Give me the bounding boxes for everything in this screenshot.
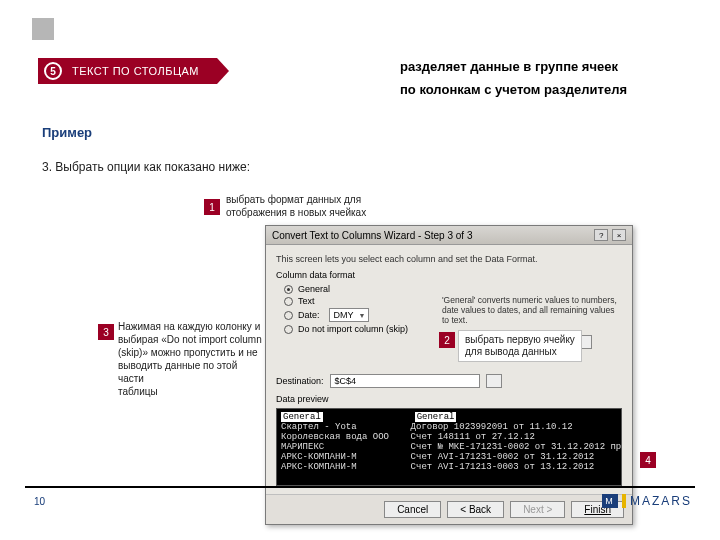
preview-col1-header: General xyxy=(281,412,323,422)
range-picker-icon[interactable] xyxy=(486,374,502,388)
cancel-button[interactable]: Cancel xyxy=(384,501,441,518)
wizard-dialog: Convert Text to Columns Wizard - Step 3 … xyxy=(265,225,633,525)
example-heading: Пример xyxy=(42,125,92,140)
brand-name: MAZARS xyxy=(630,494,692,508)
preview-label: Data preview xyxy=(276,394,622,404)
data-preview[interactable]: General General Скартел - Yota Договор 1… xyxy=(276,408,622,486)
radio-general[interactable]: General xyxy=(284,284,622,294)
help-icon[interactable]: ? xyxy=(594,229,608,241)
decorative-square xyxy=(32,18,54,40)
ribbon-number: 5 xyxy=(44,62,62,80)
radio-icon xyxy=(284,311,293,320)
callout-3-badge: 3 xyxy=(98,324,114,340)
preview-row: АРКС-КОМПАНИ-М Счет AVI-171231-0002 от 3… xyxy=(281,452,594,462)
brand-mark: M xyxy=(602,494,618,508)
dialog-title-text: Convert Text to Columns Wizard - Step 3 … xyxy=(272,230,472,241)
preview-col2-header: General xyxy=(415,412,457,422)
callout-3-text: Нажимая на каждую колонку и выбирая «Do … xyxy=(118,320,263,398)
callout-2-badge: 2 xyxy=(439,332,455,348)
date-format-select[interactable]: DMY xyxy=(329,308,369,322)
radio-text-label: Text xyxy=(298,296,315,306)
destination-label: Destination: xyxy=(276,376,324,386)
radio-general-label: General xyxy=(298,284,330,294)
step-3-text: 3. Выбрать опции как показано ниже: xyxy=(42,160,250,174)
brand-logo-area: M MAZARS xyxy=(602,494,692,508)
preview-row: Королевская вода ООО Счет 148111 от 27.1… xyxy=(281,432,535,442)
callout-4-badge: 4 xyxy=(640,452,656,468)
format-info-text: 'General' converts numeric values to num… xyxy=(442,295,622,326)
radio-skip-label: Do not import column (skip) xyxy=(298,324,408,334)
radio-icon xyxy=(284,285,293,294)
dialog-button-row: Cancel < Back Next > Finish xyxy=(266,494,632,524)
destination-input[interactable]: $C$4 xyxy=(330,374,480,388)
dialog-titlebar: Convert Text to Columns Wizard - Step 3 … xyxy=(266,226,632,245)
radio-icon xyxy=(284,325,293,334)
ribbon-title: ТЕКСТ ПО СТОЛБЦАМ xyxy=(72,65,199,77)
section-ribbon: 5 ТЕКСТ ПО СТОЛБЦАМ xyxy=(38,58,217,84)
radio-date-label: Date: xyxy=(298,310,320,320)
footer-divider xyxy=(25,486,695,488)
dialog-body: This screen lets you select each column … xyxy=(266,245,632,494)
subtitle-line1: разделяет данные в группе ячеек xyxy=(400,55,627,78)
brand-accent xyxy=(622,494,626,508)
close-icon[interactable]: × xyxy=(612,229,626,241)
subtitle-line2: по колонкам с учетом разделителя xyxy=(400,78,627,101)
preview-row: АРКС-КОМПАНИ-М Счет AVI-171213-0003 от 1… xyxy=(281,462,594,472)
callout-2-text: выбрать первую ячейку для вывода данных xyxy=(458,330,582,362)
next-button: Next > xyxy=(510,501,565,518)
callout-1-badge: 1 xyxy=(204,199,220,215)
preview-row: МАРИПЕКС Счет № МКЕ-171231-0002 от 31.12… xyxy=(281,442,622,452)
subtitle: разделяет данные в группе ячеек по колон… xyxy=(400,55,627,102)
callout-1-text: выбрать формат данных для отображения в … xyxy=(226,193,366,219)
dialog-hint: This screen lets you select each column … xyxy=(276,254,622,264)
back-button[interactable]: < Back xyxy=(447,501,504,518)
group-label: Column data format xyxy=(276,270,622,280)
page-number: 10 xyxy=(34,496,45,507)
radio-icon xyxy=(284,297,293,306)
preview-row: Скартел - Yota Договор 1023992091 от 11.… xyxy=(281,422,573,432)
